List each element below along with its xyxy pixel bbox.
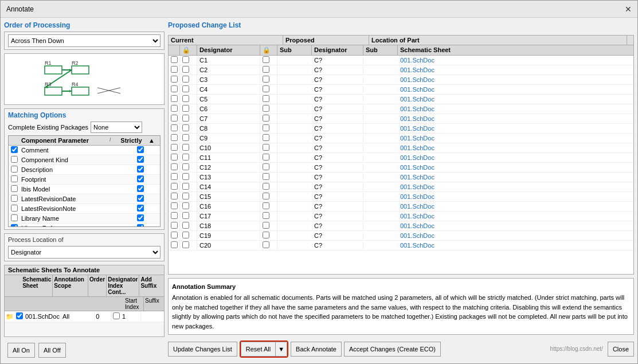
all-off-button[interactable]: All Off [38,343,66,358]
row-checkbox2[interactable] [182,193,189,199]
row-checkbox2[interactable] [182,232,189,238]
close-button[interactable]: Close [608,342,634,357]
current-sub-check [260,202,277,211]
complete-select[interactable]: None Per Sheet All [91,122,142,133]
row-check [169,163,180,172]
strictly-checkbox[interactable] [137,185,144,192]
param-checkbox[interactable] [11,214,18,221]
sub-checkbox[interactable] [263,202,269,209]
sheets-col-headers: Schematic Sheet Annotation Scope Order D… [5,275,164,297]
row-checkbox[interactable] [171,124,178,131]
strictly-checkbox[interactable] [137,195,144,202]
strictly-checkbox[interactable] [137,214,144,221]
param-checkbox[interactable] [11,195,18,202]
accept-changes-button[interactable]: Accept Changes (Create ECO) [344,342,441,357]
param-checkbox[interactable] [11,156,18,163]
sub-checkbox[interactable] [263,222,269,229]
row-checkbox[interactable] [171,163,178,170]
row-checkbox2[interactable] [182,173,189,180]
sub-checkbox[interactable] [263,193,269,199]
row-checkbox[interactable] [171,144,178,151]
order-select[interactable]: Across Then Down Down Then Across [8,34,161,47]
sheet-checkbox[interactable] [16,312,23,319]
row-checkbox[interactable] [171,105,178,112]
sub-checkbox[interactable] [263,241,269,248]
row-checkbox[interactable] [171,241,178,248]
sub-checkbox[interactable] [263,212,269,219]
row-checkbox2[interactable] [182,95,189,102]
param-checkbox[interactable] [11,146,18,153]
row-checkbox[interactable] [171,222,178,229]
sub-checkbox[interactable] [263,183,269,190]
row-checkbox2[interactable] [182,183,189,190]
update-changes-button[interactable]: Update Changes List [168,342,237,357]
row-checkbox[interactable] [171,173,178,180]
strictly-checkbox[interactable] [137,205,144,212]
strictly-checkbox[interactable] [137,166,144,173]
row-checkbox2[interactable] [182,124,189,131]
param-checkbox[interactable] [11,185,18,192]
close-icon[interactable]: ✕ [625,5,632,14]
row-checkbox2[interactable] [182,56,189,63]
row-checkbox[interactable] [171,202,178,209]
row-checkbox2[interactable] [182,76,189,83]
sub-checkbox[interactable] [263,173,269,180]
param-checkbox[interactable] [11,175,18,182]
row-checkbox[interactable] [171,232,178,238]
reset-all-button[interactable]: Reset All [241,342,275,357]
sub-checkbox[interactable] [263,144,269,151]
row-checkbox2[interactable] [182,154,189,161]
row-checkbox2[interactable] [182,222,189,229]
row-checkbox[interactable] [171,76,178,83]
strictly-checkbox[interactable] [137,156,144,163]
row-checkbox2[interactable] [182,115,189,122]
all-on-button[interactable]: All On [7,343,35,358]
row-checkbox2[interactable] [182,144,189,151]
reset-dropdown-arrow[interactable]: ▼ [275,342,287,357]
strictly-checkbox[interactable] [137,175,144,182]
row-checkbox2[interactable] [182,163,189,170]
row-checkbox[interactable] [171,95,178,102]
sub-checkbox[interactable] [263,115,269,122]
sub-checkbox[interactable] [263,105,269,112]
param-checkbox[interactable] [11,166,18,173]
param-checkbox[interactable] [11,224,18,227]
row-checkbox[interactable] [171,134,178,141]
sub-checkbox[interactable] [263,154,269,161]
row-checkbox[interactable] [171,193,178,199]
sub-checkbox[interactable] [263,85,269,92]
sub-checkbox[interactable] [263,95,269,102]
sub-checkbox[interactable] [263,66,269,73]
row-checkbox2[interactable] [182,85,189,92]
row-checkbox[interactable] [171,115,178,122]
row-checkbox2[interactable] [182,212,189,219]
row-checkbox[interactable] [171,85,178,92]
back-annotate-button[interactable]: Back Annotate [291,342,342,357]
param-checkbox[interactable] [11,205,18,212]
row-check2 [180,65,197,75]
row-checkbox2[interactable] [182,105,189,112]
strictly-checkbox[interactable] [137,224,144,227]
start-index-header: Start Index [124,297,144,311]
row-checkbox[interactable] [171,212,178,219]
row-checkbox[interactable] [171,56,178,63]
row-checkbox2[interactable] [182,134,189,141]
row-checkbox[interactable] [171,183,178,190]
sub-checkbox[interactable] [263,124,269,131]
row-checkbox2[interactable] [182,202,189,209]
sub-checkbox[interactable] [263,56,269,63]
row-checkbox[interactable] [171,66,178,73]
row-checkbox2[interactable] [182,66,189,73]
param-strictly [123,205,158,213]
start-index-checkbox[interactable] [113,312,120,319]
process-select[interactable]: Designator Comment All [8,246,161,259]
row-checkbox[interactable] [171,154,178,161]
location-value: 001.SchDoc [398,154,633,162]
sub-subheader: Sub [277,45,312,55]
sub-checkbox[interactable] [263,232,269,238]
sub-checkbox[interactable] [263,76,269,83]
strictly-checkbox[interactable] [137,146,144,153]
row-checkbox2[interactable] [182,241,189,248]
sub-checkbox[interactable] [263,134,269,141]
sub-checkbox[interactable] [263,163,269,170]
